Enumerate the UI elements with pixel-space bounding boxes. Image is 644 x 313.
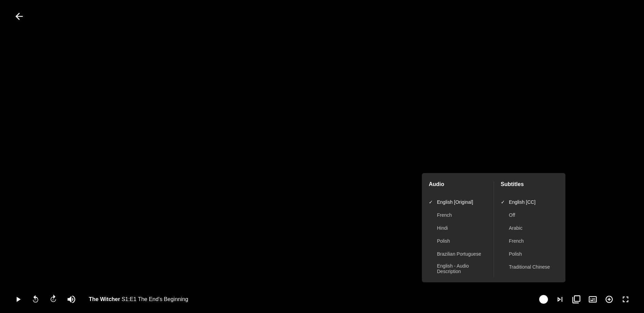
audio-description-button[interactable] <box>604 295 614 304</box>
back-button[interactable] <box>14 11 25 24</box>
controls-left: 10 10 The Witcher S1:E1 The End's Beginn… <box>14 294 539 304</box>
svg-text:10: 10 <box>34 299 36 301</box>
audio-item-2[interactable]: Hindi <box>429 222 487 234</box>
audio-item-0[interactable]: ✓English [Original] <box>429 196 487 209</box>
subtitle-item-5[interactable]: Traditional Chinese <box>501 260 559 273</box>
episodes-button[interactable] <box>572 295 581 304</box>
subtitle-item-2[interactable]: Arabic <box>501 222 559 234</box>
audio-subtitles-panel: Audio ✓English [Original]FrenchHindiPoli… <box>422 173 565 282</box>
subtitles-column: Subtitles ✓English [CC]OffArabicFrenchPo… <box>494 181 566 277</box>
fullscreen-button[interactable] <box>621 295 630 304</box>
audio-item-4[interactable]: Brazilian Portuguese <box>429 247 487 260</box>
rewind-button[interactable]: 10 <box>31 295 40 304</box>
help-button[interactable] <box>539 295 548 304</box>
subtitles-button[interactable] <box>588 295 598 304</box>
subtitles-header: Subtitles <box>501 181 559 190</box>
control-bar: 10 10 The Witcher S1:E1 The End's Beginn… <box>0 286 644 313</box>
controls-right <box>539 295 630 304</box>
subtitle-item-3[interactable]: French <box>501 234 559 247</box>
audio-header: Audio <box>429 181 487 190</box>
show-name: The Witcher <box>89 296 120 302</box>
audio-item-1[interactable]: French <box>429 209 487 222</box>
title-area: The Witcher S1:E1 The End's Beginning <box>89 296 188 302</box>
play-button[interactable] <box>14 295 23 304</box>
audio-item-3[interactable]: Polish <box>429 234 487 247</box>
checkmark-icon: ✓ <box>501 199 506 205</box>
next-episode-button[interactable] <box>555 295 565 304</box>
episode-title: The End's Beginning <box>138 296 188 302</box>
episode-code: S1:E1 <box>122 296 137 302</box>
forward-button[interactable]: 10 <box>49 295 58 304</box>
episode-info: S1:E1 The End's Beginning <box>122 296 188 302</box>
audio-item-5[interactable]: English - Audio Description <box>429 260 487 277</box>
checkmark-icon: ✓ <box>429 199 434 205</box>
svg-text:10: 10 <box>52 299 54 301</box>
subtitle-item-4[interactable]: Polish <box>501 247 559 260</box>
audio-column: Audio ✓English [Original]FrenchHindiPoli… <box>422 181 494 277</box>
subtitle-item-1[interactable]: Off <box>501 209 559 222</box>
volume-button[interactable] <box>66 294 77 304</box>
subtitle-item-0[interactable]: ✓English [CC] <box>501 196 559 209</box>
